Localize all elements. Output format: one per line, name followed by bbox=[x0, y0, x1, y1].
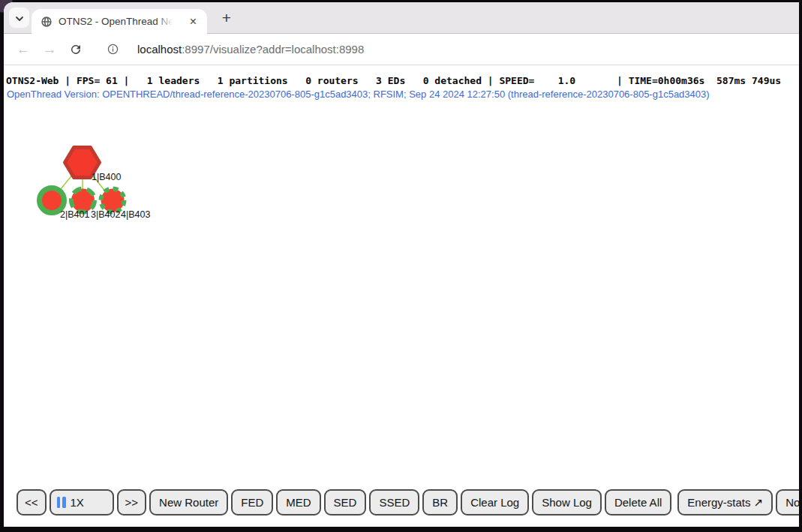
globe-favicon-icon bbox=[41, 16, 53, 28]
tab-overview-button[interactable] bbox=[9, 8, 29, 28]
network-canvas[interactable]: 1|B400 2|B401 3|B402 4|B403 bbox=[4, 65, 799, 485]
delete-all-button[interactable]: Delete All bbox=[605, 489, 671, 515]
pause-icon bbox=[57, 497, 66, 508]
reload-icon[interactable] bbox=[67, 41, 85, 59]
speed-up-button[interactable]: >> bbox=[117, 489, 147, 515]
tab-title: OTNS2 - OpenThread Ne bbox=[59, 16, 173, 27]
node-label: 2|B401 bbox=[60, 209, 89, 220]
window-body: OTNS2 - OpenThread Ne × + ← → localhost:… bbox=[4, 2, 799, 527]
speed-down-button[interactable]: << bbox=[17, 489, 47, 515]
browser-window: OTNS2 - OpenThread Ne × + ← → localhost:… bbox=[0, 0, 802, 532]
tab-bar: OTNS2 - OpenThread Ne × + bbox=[4, 2, 799, 34]
url-rest: :8997/visualize?addr=localhost:8998 bbox=[182, 43, 364, 56]
chevron-down-icon bbox=[15, 11, 24, 25]
speed-label: 1X bbox=[71, 496, 84, 509]
add-br-button[interactable]: BR bbox=[422, 489, 458, 515]
page-content: OTNS2-Web | FPS= 61 | 1 leaders 1 partit… bbox=[4, 65, 799, 527]
clear-log-button[interactable]: Clear Log bbox=[461, 489, 529, 515]
node-label: 3|B402 bbox=[91, 209, 120, 220]
add-fed-button[interactable]: FED bbox=[231, 489, 273, 515]
node-label: 1|B400 bbox=[92, 172, 121, 182]
add-ssed-button[interactable]: SSED bbox=[369, 489, 419, 515]
address-bar: ← → localhost:8997/visualize?addr=localh… bbox=[4, 34, 799, 65]
action-toolbar: << 1X >> New Router FED MED SED SSED BR … bbox=[17, 489, 799, 515]
add-sed-button[interactable]: SED bbox=[324, 489, 367, 515]
info-icon[interactable] bbox=[104, 41, 122, 59]
url-host: localhost bbox=[137, 43, 182, 56]
forward-icon[interactable]: → bbox=[41, 41, 59, 59]
energy-stats-button[interactable]: Energy-stats ↗ bbox=[677, 489, 773, 515]
new-tab-button[interactable]: + bbox=[216, 8, 237, 29]
close-tab-icon[interactable]: × bbox=[187, 14, 200, 29]
node-stats-button[interactable]: Node-stats ↗ bbox=[776, 489, 799, 515]
node-label: 4|B403 bbox=[121, 209, 150, 220]
pause-speed-button[interactable]: 1X bbox=[50, 489, 114, 515]
back-icon[interactable]: ← bbox=[14, 41, 32, 59]
tab-otns2[interactable]: OTNS2 - OpenThread Ne × bbox=[32, 9, 207, 34]
add-med-button[interactable]: MED bbox=[276, 489, 320, 515]
new-router-button[interactable]: New Router bbox=[149, 489, 228, 515]
show-log-button[interactable]: Show Log bbox=[532, 489, 602, 515]
url-field[interactable]: localhost:8997/visualize?addr=localhost:… bbox=[137, 43, 364, 56]
